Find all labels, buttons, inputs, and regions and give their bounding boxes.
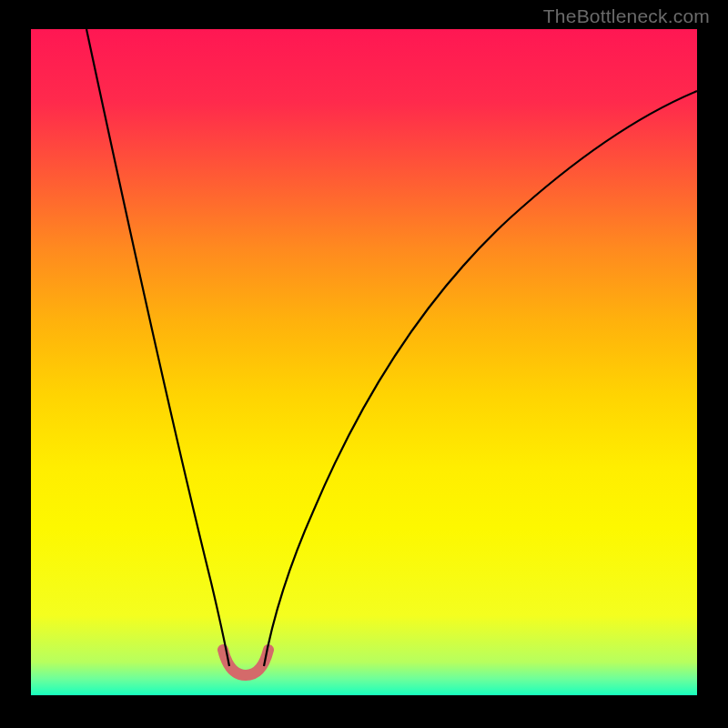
chart-stage: TheBottleneck.com: [0, 0, 728, 728]
background-gradient: [31, 29, 697, 695]
watermark-text: TheBottleneck.com: [543, 5, 710, 27]
